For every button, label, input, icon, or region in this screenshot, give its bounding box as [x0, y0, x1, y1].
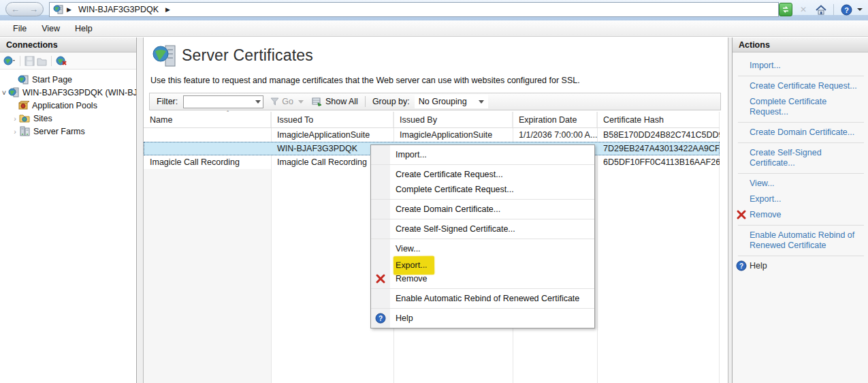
menu-item-enable-automatic-rebind[interactable]: Enable Automatic Rebind of Renewed Certi…: [371, 291, 594, 306]
menu-item-create-self-signed-certificate[interactable]: Create Self-Signed Certificate...: [371, 221, 594, 236]
tree-item-server[interactable]: ˅ WIN-BJAF3G3PDQK (WIN-BJA: [0, 86, 136, 99]
connections-toolbar: [0, 52, 136, 70]
panel-divider[interactable]: [137, 37, 143, 383]
group-by-label: Group by:: [372, 97, 410, 106]
action-export[interactable]: Export...: [733, 192, 868, 207]
cell-hash: 7D29EB247A43013422AA9CFD...: [597, 142, 720, 155]
page-description: Use this feature to request and manage c…: [150, 76, 580, 85]
menu-item-create-certificate-request[interactable]: Create Certificate Request...: [371, 167, 594, 182]
filter-funnel-icon: [270, 97, 279, 106]
menu-item-import[interactable]: Import...: [371, 147, 594, 162]
open-disabled-icon: [37, 56, 47, 66]
tree-item-start-page[interactable]: Start Page: [0, 73, 136, 86]
go-button: Go: [270, 97, 304, 106]
menu-item-export[interactable]: Export...: [371, 256, 594, 271]
chevron-down-icon[interactable]: [255, 100, 261, 104]
tree-item-sites[interactable]: › Sites: [0, 112, 136, 125]
cell-hash: 6D5DF10FF0C4113B16AAF268...: [597, 155, 720, 169]
filter-input[interactable]: [183, 95, 263, 108]
help-icon[interactable]: ?: [839, 3, 853, 16]
menu-separator: [371, 199, 594, 200]
action-create-domain-certificate[interactable]: Create Domain Certificate...: [733, 125, 868, 140]
table-row[interactable]: ImagicleApplicationSuite ImagicleApplica…: [144, 128, 720, 142]
server-icon: [8, 87, 20, 97]
show-all-icon: [312, 97, 322, 106]
server-certificates-page: Server Certificates Use this feature to …: [143, 37, 728, 383]
breadcrumb-arrow-icon: ▶: [67, 6, 71, 13]
group-by-select[interactable]: No Grouping: [415, 95, 488, 108]
tree-item-server-farms[interactable]: › Server Farms: [0, 125, 136, 138]
context-menu: Import... Create Certificate Request... …: [370, 144, 595, 328]
page-title: Server Certificates: [182, 46, 313, 65]
sort-ascending-icon: ˆ: [227, 110, 229, 118]
actions-separator: [738, 122, 864, 123]
menu-help[interactable]: Help: [67, 22, 100, 35]
toolbar-separator: [365, 96, 366, 107]
breadcrumb-server[interactable]: WIN-BJAF3G3PDQK: [78, 5, 159, 14]
sites-icon: [19, 113, 31, 123]
menu-view[interactable]: View: [34, 22, 67, 35]
column-header-expiration-date[interactable]: Expiration Date: [513, 112, 597, 127]
menu-item-view[interactable]: View...: [371, 241, 594, 256]
chevron-collapsed-icon[interactable]: ›: [11, 114, 19, 123]
action-enable-automatic-rebind[interactable]: Enable Automatic Rebind of Renewed Certi…: [733, 228, 868, 254]
help-dropdown-icon[interactable]: [857, 8, 863, 11]
column-header-certificate-hash[interactable]: Certificate Hash: [597, 112, 720, 127]
delete-connection-icon[interactable]: [56, 55, 67, 66]
action-view[interactable]: View...: [733, 176, 868, 192]
tree-item-label: Server Farms: [33, 127, 85, 136]
actions-separator: [738, 225, 864, 226]
actions-separator: [738, 173, 864, 174]
group-by-value: No Grouping: [419, 97, 467, 106]
show-all-label: Show All: [325, 97, 358, 106]
start-page-icon: [18, 74, 29, 85]
chevron-expanded-icon[interactable]: ˅: [0, 89, 8, 97]
stop-disabled-icon: ✕: [797, 3, 810, 16]
create-connection-icon[interactable]: [3, 55, 16, 66]
actions-separator: [738, 256, 864, 256]
menu-file[interactable]: File: [5, 22, 34, 35]
menu-item-remove[interactable]: Remove: [371, 271, 594, 286]
action-complete-certificate-request[interactable]: Complete Certificate Request...: [733, 94, 868, 120]
column-header-name[interactable]: Name ˆ: [144, 112, 271, 127]
menu-separator: [371, 239, 594, 239]
tree-item-application-pools[interactable]: Application Pools: [0, 99, 136, 112]
action-create-self-signed-certificate[interactable]: Create Self-Signed Certificate...: [733, 145, 868, 171]
action-import[interactable]: Import...: [733, 58, 868, 74]
action-create-certificate-request[interactable]: Create Certificate Request...: [733, 78, 868, 94]
filter-label: Filter:: [157, 97, 178, 106]
back-icon[interactable]: ←: [11, 5, 20, 14]
home-icon[interactable]: [814, 3, 828, 16]
chevron-collapsed-icon[interactable]: ›: [11, 127, 19, 136]
forward-icon[interactable]: →: [29, 5, 38, 14]
connections-header: Connections: [0, 37, 136, 52]
actions-separator: [738, 76, 864, 76]
menu-item-create-domain-certificate[interactable]: Create Domain Certificate...: [371, 202, 594, 217]
titlebar-icons: ✕ ?: [779, 2, 863, 17]
tree-item-label: WIN-BJAF3G3PDQK (WIN-BJA: [22, 88, 136, 97]
help-circle-icon: ?: [375, 313, 386, 324]
menu-bar: File View Help: [0, 20, 868, 37]
action-help[interactable]: ? Help: [733, 258, 868, 274]
remove-x-icon: [736, 209, 747, 220]
chevron-down-icon: [479, 100, 484, 104]
address-bar[interactable]: ▶ WIN-BJAF3G3PDQK ▶: [49, 2, 779, 17]
column-header-issued-by[interactable]: Issued By: [393, 112, 513, 127]
cell-issued-to: ImagicleApplicationSuite: [271, 128, 393, 142]
action-remove[interactable]: Remove: [733, 207, 868, 223]
menu-item-complete-certificate-request[interactable]: Complete Certificate Request...: [371, 182, 594, 197]
server-certificates-icon: [152, 43, 178, 69]
menu-separator: [371, 308, 594, 309]
actions-list: Import... Create Certificate Request... …: [733, 52, 868, 274]
refresh-connection-icon[interactable]: [779, 3, 792, 16]
connections-panel: Connections: [0, 37, 137, 383]
show-all-button[interactable]: Show All: [312, 97, 358, 106]
breadcrumb-arrow-icon[interactable]: ▶: [165, 6, 170, 13]
menu-item-help[interactable]: ? Help: [371, 311, 594, 326]
svg-text:?: ?: [379, 315, 383, 322]
server-small-icon: [53, 4, 64, 15]
column-header-issued-to[interactable]: Issued To: [271, 112, 393, 127]
actions-separator: [738, 142, 864, 143]
remove-x-icon: [375, 273, 386, 284]
title-bar: ← → ▶ WIN-BJAF3G3PDQK ▶ ✕: [0, 0, 868, 20]
